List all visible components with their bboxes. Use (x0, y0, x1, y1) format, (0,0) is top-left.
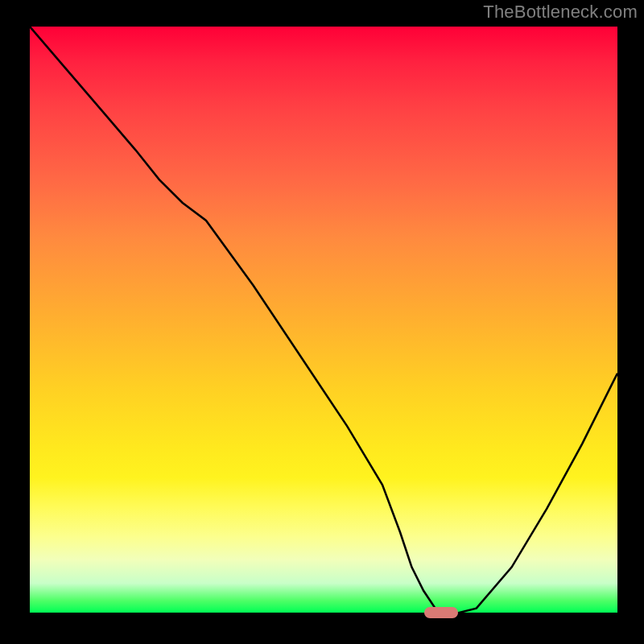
optimum-marker (424, 607, 458, 618)
curve-path (30, 27, 617, 614)
plot-area (27, 27, 617, 616)
chart-frame: TheBottleneck.com (0, 0, 644, 644)
watermark-text: TheBottleneck.com (483, 2, 638, 23)
bottleneck-curve (30, 27, 617, 614)
